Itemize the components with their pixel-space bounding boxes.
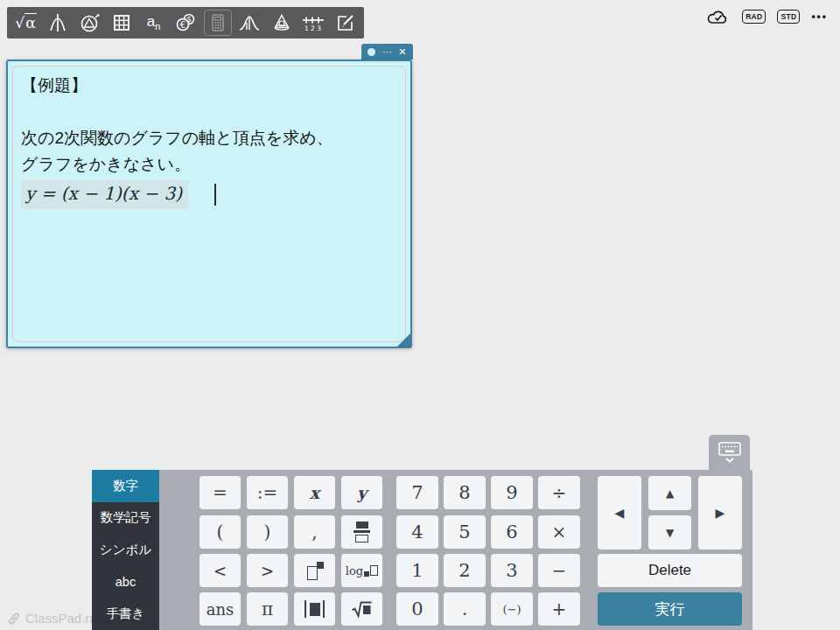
key-4[interactable]: 4 — [396, 515, 438, 549]
tab-abc[interactable]: abc — [92, 566, 159, 598]
key-3[interactable]: 3 — [491, 554, 533, 587]
key-cursor-up[interactable]: ▲ — [648, 476, 691, 510]
note-resize-handle[interactable] — [396, 332, 411, 347]
classpad-link[interactable]: ClassPad.net — [7, 611, 103, 626]
sqrt-alpha-icon: √α — [15, 14, 36, 32]
key-sqrt[interactable] — [341, 592, 382, 626]
note-text-line: グラフをかきなさい。 — [21, 151, 398, 178]
tab-numbers[interactable]: 数字 — [92, 470, 159, 502]
paper-pencil-icon — [335, 12, 356, 33]
tab-symbols[interactable]: シンボル — [92, 534, 159, 566]
key-1[interactable]: 1 — [396, 554, 438, 587]
statistics-tool-button[interactable] — [234, 10, 264, 36]
key-2[interactable]: 2 — [444, 554, 486, 587]
arrow-left-icon: ◀ — [615, 506, 625, 520]
sequence-tool-button[interactable]: an — [139, 10, 169, 36]
link-icon — [7, 612, 21, 626]
arrow-down-icon: ▼ — [666, 527, 674, 539]
key-plus[interactable]: + — [538, 592, 580, 626]
fraction-template-icon — [354, 522, 370, 542]
arrow-up-icon: ▲ — [666, 487, 674, 500]
arrow-right-icon: ▶ — [716, 506, 725, 520]
abs-template-icon — [304, 600, 325, 618]
power-template-icon — [305, 560, 325, 581]
table-tool-button[interactable] — [107, 10, 136, 36]
key-var-y[interactable]: y — [341, 476, 382, 509]
key-minus[interactable]: − — [538, 554, 580, 587]
calculate-tool-button[interactable]: √α — [11, 10, 41, 36]
key-abs[interactable] — [294, 592, 335, 626]
status-bar: RAD STD ••• — [706, 7, 828, 26]
calculator-tool-button[interactable] — [203, 10, 233, 36]
notes-tool-button[interactable] — [331, 10, 360, 36]
display-mode-badge[interactable]: STD — [777, 10, 800, 24]
key-open-paren[interactable]: ( — [200, 515, 241, 549]
note-blank-line — [21, 99, 398, 125]
cone-icon — [271, 12, 292, 33]
key-pi[interactable]: π — [247, 592, 288, 626]
key-cursor-left[interactable]: ◀ — [598, 476, 641, 550]
graphing-tool-button[interactable] — [43, 10, 73, 36]
grid-icon — [111, 12, 132, 33]
key-0[interactable]: 0 — [396, 592, 438, 626]
note-color-dot-icon[interactable] — [368, 48, 375, 56]
key-equals[interactable]: = — [200, 476, 241, 509]
key-divide[interactable]: ÷ — [538, 476, 580, 509]
tab-handwriting[interactable]: 手書き — [92, 598, 159, 630]
text-caret — [214, 184, 216, 206]
bell-curve-icon — [238, 12, 261, 33]
note-heading: 【例題】 — [21, 73, 398, 99]
svg-text:1 2 3: 1 2 3 — [304, 24, 321, 32]
number-line-icon: 1 2 3 — [302, 12, 325, 33]
note-window[interactable]: 【例題】 次の2次関数のグラフの軸と頂点を求め、 グラフをかきなさい。 y = … — [6, 60, 412, 348]
delete-button[interactable]: Delete — [598, 554, 742, 587]
tab-math-symbols[interactable]: 数学記号 — [92, 502, 159, 535]
key-var-x[interactable]: x — [294, 476, 335, 509]
geometry-tool-button[interactable] — [75, 10, 105, 36]
key-decimal-point[interactable]: . — [444, 592, 486, 626]
note-close-button[interactable]: ✕ — [398, 47, 406, 57]
key-power[interactable] — [294, 554, 335, 587]
number-line-tool-button[interactable]: 1 2 3 — [298, 10, 328, 36]
key-7[interactable]: 7 — [396, 476, 438, 509]
math-expression[interactable]: y = (x − 1)(x − 3) — [21, 179, 188, 209]
keyboard-tab-panel: 数字 数学記号 シンボル abc 手書き — [92, 470, 159, 630]
svg-text:€: € — [180, 20, 186, 30]
key-8[interactable]: 8 — [444, 476, 486, 509]
note-content: 【例題】 次の2次関数のグラフの軸と頂点を求め、 グラフをかきなさい。 y = … — [21, 73, 398, 209]
note-menu-button[interactable]: ⋯ — [382, 47, 392, 57]
key-greater-than[interactable]: > — [247, 554, 288, 587]
virtual-keyboard: 数字 数学記号 シンボル abc 手書き = := x y ( ) , < > … — [92, 470, 752, 630]
key-negative[interactable]: (−) — [491, 592, 533, 626]
key-fraction[interactable] — [341, 515, 382, 549]
main-toolbar: √α an $ € — [7, 7, 364, 38]
cloud-sync-check-icon[interactable] — [706, 8, 731, 25]
execute-button[interactable]: 実行 — [598, 592, 742, 626]
a-n-icon: an — [147, 13, 161, 32]
key-comma[interactable]: , — [294, 515, 335, 549]
sqrt-template-icon — [351, 600, 373, 619]
keyboard-toggle-button[interactable] — [709, 435, 750, 470]
key-close-paren[interactable]: ) — [247, 515, 288, 549]
key-less-than[interactable]: < — [200, 554, 241, 587]
key-9[interactable]: 9 — [491, 476, 533, 509]
key-cursor-right[interactable]: ▶ — [698, 476, 742, 550]
angle-mode-badge[interactable]: RAD — [742, 10, 766, 24]
calculator-icon — [208, 12, 228, 33]
keyboard-hide-icon — [718, 441, 742, 464]
key-assign[interactable]: := — [247, 476, 288, 509]
key-multiply[interactable]: × — [538, 515, 580, 549]
key-cursor-down[interactable]: ▼ — [648, 515, 691, 550]
log-template-icon: log — [346, 564, 378, 578]
more-menu-button[interactable]: ••• — [811, 10, 828, 23]
solids-tool-button[interactable] — [267, 10, 297, 36]
key-5[interactable]: 5 — [444, 515, 486, 549]
circle-triangle-icon — [80, 12, 101, 33]
parabola-icon — [47, 12, 68, 33]
key-6[interactable]: 6 — [491, 515, 533, 549]
coins-icon: $ € — [174, 12, 197, 33]
key-log[interactable]: log — [341, 554, 382, 587]
note-title-bar[interactable]: ⋯ ✕ — [361, 44, 413, 60]
key-ans[interactable]: ans — [200, 592, 241, 626]
financial-tool-button[interactable]: $ € — [171, 10, 200, 36]
